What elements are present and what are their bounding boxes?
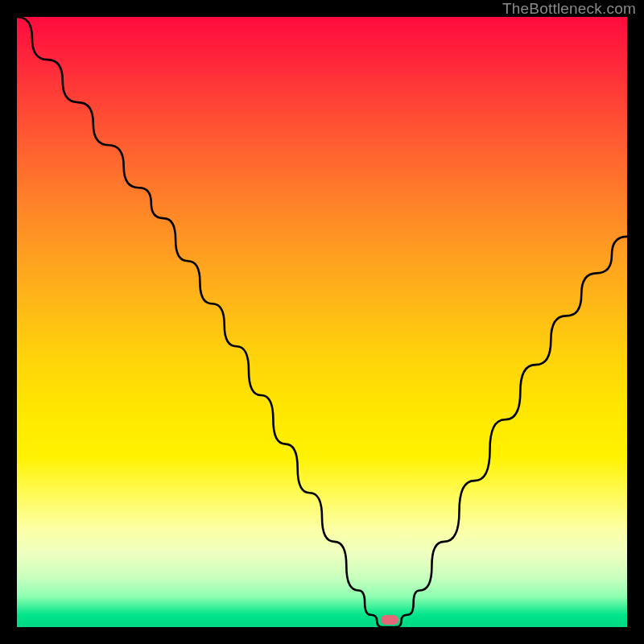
optimal-marker: [381, 615, 398, 625]
watermark-text: TheBottleneck.com: [502, 0, 636, 18]
bottleneck-curve: [17, 17, 627, 627]
plot-area: [17, 17, 627, 627]
chart-frame: TheBottleneck.com: [0, 0, 644, 644]
